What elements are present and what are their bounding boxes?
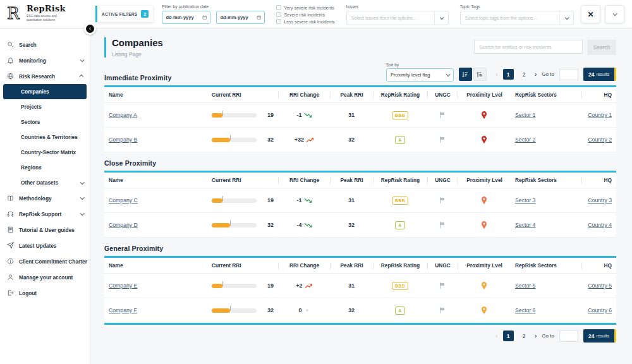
collapse-filterbar-button[interactable] xyxy=(605,5,624,23)
headset-icon xyxy=(6,210,14,217)
main-content: Companies Listing Page Search Immediate … xyxy=(90,28,632,364)
trend-down-icon xyxy=(305,222,312,229)
issues-select[interactable]: Select issues from the options... xyxy=(346,11,449,25)
date-to-field[interactable] xyxy=(216,11,265,24)
date-from-input[interactable] xyxy=(166,15,200,20)
sidebar-item-companies[interactable]: Companies xyxy=(3,84,87,99)
column-header-proximity-lvel: Proximity Lvel xyxy=(458,92,511,99)
calendar-icon xyxy=(257,15,262,20)
brand-tagline: ESG data science and quantitative soluti… xyxy=(27,15,64,22)
company-link[interactable]: Company B xyxy=(109,136,137,143)
active-filters-label: ACTIVE FILTERS xyxy=(102,12,137,16)
company-link[interactable]: Company A xyxy=(109,112,137,118)
sidebar-item-manage-your-account[interactable]: Manage your account xyxy=(0,269,90,285)
sector-link[interactable]: Sector 1 xyxy=(515,112,535,118)
page-button-2[interactable]: 2 xyxy=(519,69,530,80)
page-button-1[interactable]: 1 xyxy=(503,331,514,341)
sector-link[interactable]: Sector 4 xyxy=(515,222,535,228)
proximity-pin-icon xyxy=(480,306,488,315)
sidebar-collapse-button[interactable]: ‹ xyxy=(84,23,96,35)
goto-page-input[interactable] xyxy=(559,69,578,80)
sidebar-item-label: Risk Research xyxy=(19,73,75,80)
issues-filter: Issues Select issues from the options... xyxy=(346,4,449,25)
severity-checkbox-very-severe-risk-incidents[interactable]: Very severe risk incidents xyxy=(276,5,334,10)
hq-link[interactable]: Country 2 xyxy=(588,136,612,143)
sidebar-item-label: Countries & Territories xyxy=(21,134,83,140)
section-general-proximity: General ProximityNameCurrent RRIRRI Chan… xyxy=(104,245,616,325)
severity-checkbox-less-severe-risk-incidents[interactable]: Less severe risk incidents xyxy=(276,19,334,24)
sidebar-item-latest-updates[interactable]: Latest Updates xyxy=(0,238,90,253)
sidebar-item-label: Search xyxy=(19,42,83,48)
sector-link[interactable]: Sector 2 xyxy=(515,136,535,143)
sidebar-item-country-sector-matrix[interactable]: Country-Sector Matrix xyxy=(0,145,90,160)
company-link[interactable]: Company F xyxy=(109,307,137,313)
page-button-1[interactable]: 1 xyxy=(503,69,514,80)
sidebar-item-search[interactable]: Search xyxy=(0,37,90,52)
clear-filters-button[interactable]: ✕ xyxy=(581,5,600,23)
sector-link[interactable]: Sector 3 xyxy=(515,197,535,203)
sector-link[interactable]: Sector 5 xyxy=(515,282,535,289)
hq-link[interactable]: Country 4 xyxy=(588,222,612,228)
reprisk-rating-badge: A xyxy=(395,136,404,144)
sidebar-item-reprisk-support[interactable]: RepRisk Support xyxy=(0,206,90,222)
sidebar-item-logout[interactable]: Logout xyxy=(0,285,90,301)
next-page-button[interactable]: › xyxy=(535,332,537,339)
sort-descending-button[interactable] xyxy=(459,68,472,81)
company-link[interactable]: Company D xyxy=(109,222,138,228)
column-header-name: Name xyxy=(104,177,207,184)
chevron-down-icon xyxy=(80,58,85,62)
sidebar-item-client-commitment-charter[interactable]: Client Commitment Charter xyxy=(0,253,90,269)
table-row: Company F32032ASector 6Country 6 xyxy=(104,298,616,323)
ungc-cell xyxy=(427,136,458,143)
entity-search-input[interactable] xyxy=(474,40,583,54)
peak-rri-value: 31 xyxy=(330,282,373,289)
sidebar-item-countries-territories[interactable]: Countries & Territories xyxy=(0,130,90,145)
search-button[interactable]: Search xyxy=(587,40,616,55)
prev-page-button[interactable]: ‹ xyxy=(495,332,498,339)
current-rri-bar: 32 xyxy=(212,136,274,143)
sector-link[interactable]: Sector 6 xyxy=(515,307,535,313)
sidebar-item-methodology[interactable]: Methodology xyxy=(0,190,90,206)
hq-link[interactable]: Country 1 xyxy=(588,112,612,118)
goto-page-input[interactable] xyxy=(559,331,578,342)
current-rri-bar: 19 xyxy=(212,112,274,118)
send-icon xyxy=(6,242,14,249)
topic-tags-select[interactable]: Select topic tags from the options... xyxy=(460,11,574,25)
severity-checkbox-severe-risk-incidents[interactable]: Severe risk incidents xyxy=(276,12,334,17)
hq-link[interactable]: Country 5 xyxy=(588,282,612,289)
sidebar-item-sectors[interactable]: Sectors xyxy=(0,114,90,130)
table-row: Company C19-131BBBSector 3Country 3 xyxy=(104,188,616,213)
table-row: Company B32+3232ASector 2Country 2 xyxy=(104,128,616,152)
column-header-peak-rri: Peak RRI xyxy=(330,92,373,99)
bell-icon xyxy=(6,57,14,64)
column-header-peak-rri: Peak RRI xyxy=(330,262,373,269)
checkbox-icon xyxy=(276,19,281,24)
sidebar-item-label: Projects xyxy=(21,104,83,110)
company-link[interactable]: Company C xyxy=(109,197,138,203)
sidebar-item-monitoring[interactable]: Monitoring xyxy=(0,52,90,68)
info-icon xyxy=(6,258,14,265)
date-to-input[interactable] xyxy=(220,15,254,20)
company-link[interactable]: Company E xyxy=(109,282,137,289)
page-button-2[interactable]: 2 xyxy=(519,331,530,341)
column-header-peak-rri: Peak RRI xyxy=(330,177,373,184)
sort-by: Sort by Proximity level flag xyxy=(386,63,454,82)
column-header-reprisk-sectors: RepRisk Sectors xyxy=(511,177,581,184)
sidebar-item-tutorial-user-guides[interactable]: Tutorial & User guides xyxy=(0,222,90,238)
sidebar-item-risk-research[interactable]: Risk Research xyxy=(0,68,90,84)
sort-by-select[interactable]: Proximity level flag xyxy=(386,68,454,82)
sidebar-item-projects[interactable]: Projects xyxy=(0,99,90,114)
sidebar-item-label: Latest Updates xyxy=(19,243,83,249)
hq-link[interactable]: Country 6 xyxy=(588,307,612,313)
ungc-flag-icon xyxy=(439,111,446,119)
sidebar-item-regions[interactable]: Regions xyxy=(0,160,90,175)
sort-ascending-button[interactable] xyxy=(473,68,487,81)
prev-page-button[interactable]: ‹ xyxy=(495,71,498,78)
sidebar-item-other-datasets[interactable]: Other Datasets xyxy=(0,175,90,190)
hq-link[interactable]: Country 3 xyxy=(588,197,612,203)
next-page-button[interactable]: › xyxy=(535,71,537,78)
checkbox-icon xyxy=(276,5,281,10)
ungc-flag-icon xyxy=(439,221,446,229)
date-from-field[interactable] xyxy=(162,11,210,24)
results-count-badge: 24results xyxy=(583,68,616,81)
